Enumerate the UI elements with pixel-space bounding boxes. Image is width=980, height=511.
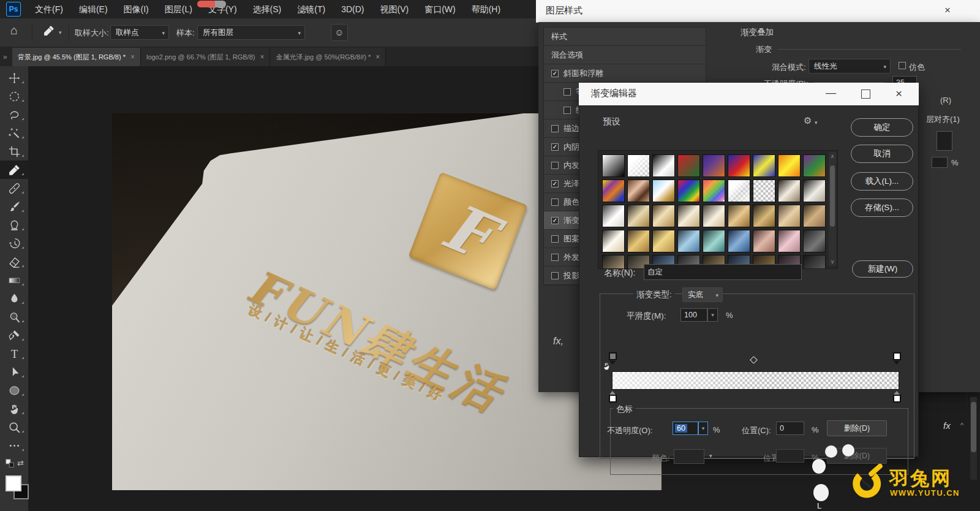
crop-tool-icon[interactable] (0, 142, 28, 161)
eyedropper-tool-icon[interactable] (0, 161, 28, 179)
style-checkbox[interactable] (551, 125, 559, 132)
layer-style-titlebar[interactable]: 图层样式 × (536, 0, 980, 23)
menu-item[interactable]: 选择(S) (245, 0, 290, 18)
default-colors-icon[interactable] (5, 458, 16, 472)
menu-item[interactable]: 图层(L) (157, 0, 200, 18)
layers-fx-icon[interactable]: fx (943, 420, 951, 431)
name-input[interactable]: 自定 (644, 264, 802, 280)
close-icon[interactable]: × (895, 87, 902, 100)
clone-stamp-tool-icon[interactable] (0, 216, 28, 234)
eraser-tool-icon[interactable] (0, 252, 28, 271)
cancel-button[interactable]: 取消 (851, 145, 913, 163)
delete-stop-button[interactable]: 删除(D) (827, 420, 887, 436)
scale-value-fragment[interactable] (932, 157, 948, 168)
gradient-preset-swatch[interactable] (728, 205, 750, 227)
gradient-preset-swatch[interactable] (803, 180, 826, 202)
layer-style-item[interactable]: 混合选项 (544, 46, 706, 64)
gear-icon[interactable]: ⚙ (804, 115, 812, 126)
sample-dropdown[interactable]: 所有图层 ▾ (197, 25, 305, 40)
tab-close-icon[interactable]: × (260, 53, 264, 61)
zoom-tool-icon[interactable] (0, 418, 28, 436)
menu-item[interactable]: 图像(I) (116, 0, 157, 18)
gradient-preset-swatch[interactable] (703, 230, 725, 252)
menu-item[interactable]: 文件(F) (27, 0, 71, 18)
gradient-preset-swatch[interactable] (778, 230, 801, 252)
opacity-stop-left[interactable] (609, 352, 617, 360)
marquee-tool-icon[interactable] (0, 87, 28, 105)
chevron-down-icon[interactable]: ▾ (59, 29, 62, 36)
scrollbar-thumb[interactable] (971, 402, 976, 452)
stop-opacity-caret[interactable]: ▾ (698, 422, 708, 435)
gradient-tool-icon[interactable] (0, 271, 28, 289)
gradient-preset-swatch[interactable] (627, 154, 650, 177)
eyedropper-option-icon[interactable] (43, 25, 55, 39)
ok-button[interactable]: 确定 (851, 118, 913, 137)
menu-item[interactable]: 3D(D) (333, 0, 372, 18)
gradient-preset-swatch[interactable] (803, 230, 826, 252)
menu-item[interactable]: 编辑(E) (71, 0, 116, 18)
minimize-icon[interactable]: — (826, 87, 836, 99)
gradient-preset-swatch[interactable] (778, 205, 801, 227)
brush-tool-icon[interactable] (0, 197, 28, 216)
gradient-preset-swatch[interactable] (703, 180, 725, 202)
smoothness-input[interactable]: 100 (680, 308, 707, 322)
gradient-preview-bar[interactable] (612, 371, 899, 390)
stop-opacity-input[interactable]: 60 (673, 422, 698, 435)
gradient-preset-swatch[interactable] (778, 180, 801, 202)
gradient-preset-swatch[interactable] (652, 154, 675, 177)
gradient-preset-swatch[interactable] (602, 230, 625, 252)
more-tool-icon[interactable] (0, 436, 28, 455)
stop-color-swatch[interactable] (674, 449, 704, 464)
color-stop-left[interactable] (609, 395, 617, 403)
document-tab[interactable]: 背景.jpg @ 45.5% (图层 1, RGB/8) *× (12, 48, 141, 66)
gradient-preset-swatch[interactable] (753, 154, 775, 177)
color-stop-right[interactable] (893, 395, 901, 403)
gradient-preset-swatch[interactable] (627, 205, 650, 227)
style-dropdown-fragment[interactable] (937, 131, 952, 151)
dither-checkbox[interactable] (899, 62, 906, 69)
sample-size-dropdown[interactable]: 取样点 ▾ (110, 25, 169, 40)
stop-location2-input[interactable] (776, 449, 804, 463)
scroll-up-icon[interactable]: ∧ (829, 153, 835, 159)
gradient-preset-swatch[interactable] (803, 205, 826, 227)
gradient-preset-swatch[interactable] (703, 205, 725, 227)
gradient-preset-swatch[interactable] (627, 180, 650, 202)
ellipse-tool-icon[interactable] (0, 381, 28, 399)
maximize-icon[interactable] (861, 89, 870, 99)
gradient-preset-swatch[interactable] (652, 230, 675, 252)
document-tab[interactable]: 金属光泽.jpg @ 50%(RGB/8#) *× (270, 48, 386, 66)
swap-colors-icon[interactable]: ⇄ (17, 458, 24, 467)
gradient-preset-swatch[interactable] (677, 230, 700, 252)
layers-scrollbar[interactable] (970, 397, 977, 480)
menu-item[interactable]: 视图(V) (372, 0, 417, 18)
scrollbar-thumb[interactable] (830, 165, 835, 227)
healing-brush-tool-icon[interactable] (0, 179, 28, 197)
home-icon[interactable]: ⌂ (10, 23, 18, 37)
new-button[interactable]: 新建(W) (852, 260, 913, 278)
tab-close-icon[interactable]: × (375, 53, 380, 61)
gradient-preset-swatch[interactable] (753, 205, 775, 227)
style-checkbox[interactable] (551, 272, 559, 279)
style-checkbox[interactable] (564, 88, 571, 96)
gradient-preset-swatch[interactable] (753, 180, 775, 202)
blend-mode-dropdown[interactable]: 线性光 ▾ (809, 59, 891, 74)
opacity-stop-right[interactable] (893, 352, 901, 360)
menu-item[interactable]: 滤镜(T) (289, 0, 333, 18)
pen-tool-icon[interactable] (0, 326, 28, 344)
style-checkbox[interactable] (564, 107, 571, 114)
dodge-tool-icon[interactable] (0, 308, 28, 326)
gradient-preset-swatch[interactable] (602, 180, 625, 202)
layer-style-item[interactable]: 样式 (544, 28, 706, 46)
fx-menu-icon[interactable]: fx, (553, 336, 564, 347)
layer-style-item[interactable]: 斜面和浮雕 (544, 64, 706, 83)
stop-location-input[interactable]: 0 (776, 422, 804, 435)
gradient-preset-swatch[interactable] (803, 255, 826, 269)
move-tool-icon[interactable] (0, 69, 28, 87)
load-button[interactable]: 载入(L)... (851, 172, 913, 191)
style-checkbox[interactable] (551, 180, 559, 187)
style-checkbox[interactable] (551, 70, 559, 77)
style-checkbox[interactable] (551, 235, 559, 243)
gradient-preset-swatch[interactable] (803, 154, 826, 177)
gradient-preset-swatch[interactable] (703, 154, 725, 177)
history-brush-tool-icon[interactable] (0, 234, 28, 252)
